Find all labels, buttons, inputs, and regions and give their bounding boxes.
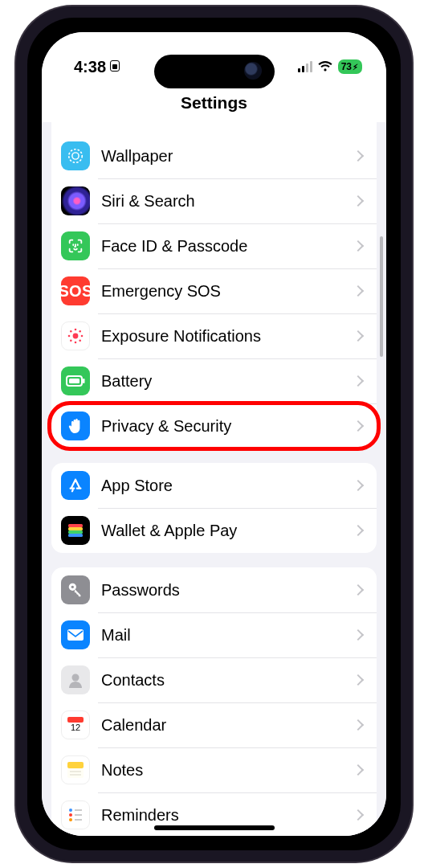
svg-rect-14	[68, 524, 83, 527]
settings-group: App Store Wallet & Apple Pay	[51, 463, 377, 553]
reminders-icon	[61, 800, 90, 829]
dynamic-island	[154, 55, 275, 88]
chevron-right-icon	[353, 584, 364, 596]
svg-rect-20	[67, 629, 84, 641]
sidebar-item-exposure-notifications[interactable]: Exposure Notifications	[51, 313, 377, 358]
sidebar-item-label: Privacy & Security	[101, 417, 354, 436]
svg-point-29	[69, 809, 72, 812]
svg-point-21	[72, 674, 79, 682]
sidebar-item-label: Siri & Search	[101, 192, 354, 211]
sim-id-icon	[110, 60, 120, 72]
sidebar-item-label: Wallet & Apple Pay	[101, 522, 354, 540]
siri-icon	[61, 186, 90, 215]
app-store-icon	[61, 471, 90, 500]
svg-rect-25	[67, 762, 84, 768]
phone-frame: 4:38 73⚡︎	[16, 6, 412, 862]
sidebar-item-label: Passwords	[101, 581, 354, 600]
chevron-right-icon	[353, 240, 364, 252]
chevron-right-icon	[353, 330, 364, 342]
settings-scroll[interactable]: Wallpaper Siri & Search	[42, 122, 386, 836]
sidebar-item-label: Reminders	[101, 806, 354, 825]
chevron-right-icon	[353, 525, 364, 536]
svg-point-10	[79, 339, 81, 342]
sidebar-item-contacts[interactable]: Contacts	[51, 657, 377, 702]
svg-rect-26	[67, 768, 84, 778]
battery-percentage: 73	[341, 61, 352, 72]
chevron-right-icon	[353, 285, 364, 297]
chevron-right-icon	[353, 150, 364, 162]
svg-rect-17	[68, 534, 83, 537]
mail-icon	[61, 620, 90, 649]
svg-point-30	[69, 813, 72, 817]
wallpaper-icon	[61, 141, 90, 170]
svg-rect-13	[83, 379, 85, 383]
chevron-right-icon	[353, 375, 364, 387]
battery-icon	[61, 366, 90, 395]
nav-bar: Settings	[42, 84, 386, 122]
chevron-right-icon	[353, 809, 364, 821]
sidebar-item-faceid-passcode[interactable]: Face ID & Passcode	[51, 223, 377, 268]
sidebar-item-calendar[interactable]: 12 Calendar	[51, 702, 377, 747]
svg-point-31	[69, 818, 72, 821]
sidebar-item-siri-search[interactable]: Siri & Search	[51, 178, 377, 223]
sidebar-item-label: Face ID & Passcode	[101, 237, 354, 256]
svg-point-8	[79, 330, 81, 333]
svg-point-6	[81, 335, 84, 338]
sidebar-item-mail[interactable]: Mail	[51, 612, 377, 657]
svg-point-2	[73, 334, 79, 339]
settings-group: Passwords Mail	[51, 567, 377, 836]
sidebar-item-label: Wallpaper	[101, 147, 354, 166]
chevron-right-icon	[353, 420, 364, 432]
sidebar-item-label: Battery	[101, 372, 354, 391]
svg-point-9	[70, 339, 72, 342]
home-indicator[interactable]	[154, 825, 275, 830]
svg-rect-16	[68, 530, 83, 534]
chevron-right-icon	[353, 674, 364, 686]
sidebar-item-label: Mail	[101, 626, 354, 645]
sidebar-item-label: App Store	[101, 477, 354, 495]
chevron-right-icon	[353, 719, 364, 731]
calendar-icon: 12	[61, 710, 90, 739]
sidebar-item-battery[interactable]: Battery	[51, 358, 377, 403]
svg-point-0	[69, 149, 83, 163]
sidebar-item-label: Emergency SOS	[101, 282, 354, 301]
cellular-signal-icon	[298, 61, 312, 72]
wallet-icon	[61, 516, 90, 545]
svg-point-5	[68, 335, 71, 338]
sidebar-item-notes[interactable]: Notes	[51, 747, 377, 792]
sidebar-item-label: Calendar	[101, 716, 354, 735]
sos-icon: SOS	[61, 276, 90, 305]
svg-rect-22	[67, 717, 84, 723]
sidebar-item-wallpaper[interactable]: Wallpaper	[51, 133, 377, 178]
contacts-icon	[61, 665, 90, 694]
svg-rect-12	[69, 379, 79, 383]
sidebar-item-privacy-security[interactable]: Privacy & Security	[51, 403, 377, 448]
battery-indicator: 73⚡︎	[338, 59, 362, 74]
svg-point-3	[75, 329, 77, 331]
status-time: 4:38	[74, 58, 106, 76]
page-title: Settings	[181, 93, 247, 113]
chevron-right-icon	[353, 629, 364, 641]
sidebar-item-app-store[interactable]: App Store	[51, 463, 377, 508]
svg-point-19	[71, 586, 74, 588]
notes-icon	[61, 755, 90, 784]
svg-point-7	[70, 330, 72, 333]
sidebar-item-passwords[interactable]: Passwords	[51, 567, 377, 612]
exposure-icon	[61, 321, 90, 350]
svg-point-4	[75, 342, 77, 344]
svg-rect-15	[68, 527, 83, 530]
key-icon	[61, 575, 90, 604]
settings-group: Wallpaper Siri & Search	[51, 122, 377, 448]
hand-icon	[61, 411, 90, 440]
face-id-icon	[61, 231, 90, 260]
chevron-right-icon	[353, 480, 364, 491]
sidebar-item-emergency-sos[interactable]: SOS Emergency SOS	[51, 268, 377, 313]
sidebar-item-label: Notes	[101, 761, 354, 780]
chevron-right-icon	[353, 195, 364, 207]
svg-point-1	[72, 153, 79, 159]
sidebar-item-label: Exposure Notifications	[101, 327, 354, 346]
charging-bolt-icon: ⚡︎	[353, 63, 358, 72]
svg-text:12: 12	[71, 723, 80, 732]
sidebar-item-label: Contacts	[101, 671, 354, 690]
sidebar-item-wallet-applepay[interactable]: Wallet & Apple Pay	[51, 508, 377, 553]
